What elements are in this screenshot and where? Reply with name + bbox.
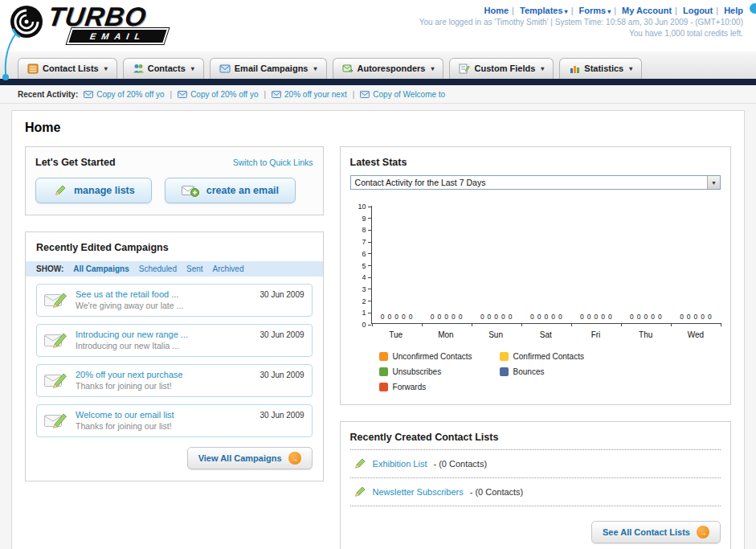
campaign-date: 30 Jun 2009 [260, 330, 304, 339]
chart-value-label: 0 [431, 313, 435, 321]
legend-label: Unconfirmed Contacts [393, 352, 472, 361]
campaign-item: Introducing our new range ... Introducin… [36, 324, 313, 357]
y-tick-label: 9 [362, 215, 371, 223]
app-logo[interactable]: TURBO EMAIL [8, 3, 201, 40]
link-separator: | [716, 6, 718, 15]
left-column: Let's Get Started Switch to Quick Links … [25, 146, 324, 481]
activity-link[interactable]: Copy of Welcome to [373, 90, 445, 99]
top-link-home[interactable]: Home [484, 6, 509, 15]
chart-value-label: 0 [694, 313, 698, 321]
corner-dot-decoration [750, 3, 756, 14]
legend-label: Unsubscribes [393, 367, 442, 376]
x-axis-tick [721, 323, 721, 326]
chart-x-labels: TueMonSunSatFriThuWed [371, 330, 721, 339]
filter-archived[interactable]: Archived [213, 264, 244, 273]
logo-title: TURBO [47, 3, 203, 31]
activity-link[interactable]: Copy of 20% off yo [96, 90, 164, 99]
y-tick-label: 3 [362, 285, 371, 293]
filter-all-campaigns[interactable]: All Campaigns [73, 264, 129, 273]
chart-value-label: 0 [630, 313, 634, 321]
campaign-title-link[interactable]: Welcome to our email list [76, 410, 174, 420]
campaign-item: See us at the retail food ... We're givi… [36, 284, 313, 317]
statistics-icon [569, 63, 580, 74]
campaign-title-link[interactable]: See us at the retail food ... [76, 289, 183, 299]
top-link-forms[interactable]: Forms▾ [579, 6, 611, 15]
chart-plot: 00000000000000000000000000000000000 [371, 206, 721, 324]
nav-tab-contact-lists[interactable]: Contact Lists▾ [18, 58, 117, 79]
chart-value-group: 00000 [571, 313, 621, 321]
nav-tab-autoresponders[interactable]: Autoresponders▾ [333, 58, 444, 79]
stats-period-select[interactable]: Contact Activity for the Last 7 Days ▼ [350, 175, 721, 190]
envelope-pencil-icon [44, 330, 68, 350]
email-campaigns-icon [219, 63, 231, 74]
show-label: SHOW: [36, 264, 63, 273]
nav-tab-statistics[interactable]: Statistics▾ [559, 58, 642, 79]
recent-activity-label: Recent Activity: [18, 90, 78, 99]
y-tick-label: 0 [362, 321, 371, 329]
header: TURBO EMAIL Home| Templates▾| Forms▾| My… [0, 0, 756, 51]
activity-link[interactable]: Copy of 20% off yo [190, 90, 258, 99]
chart-value-group: 00000 [422, 313, 472, 321]
legend-swatch [379, 367, 388, 376]
caret-down-icon: ▾ [565, 8, 568, 15]
legend-swatch [500, 352, 509, 361]
latest-stats-title: Latest Stats [350, 157, 721, 168]
y-tick-label: 7 [362, 238, 371, 246]
view-all-campaigns-button[interactable]: View All Campaigns → [187, 447, 313, 469]
turbo-swirl-icon [8, 3, 45, 40]
chart-value-label: 0 [438, 313, 442, 321]
chart-value-label: 0 [544, 313, 548, 321]
recent-activity-bar: Recent Activity: Copy of 20% off yo | Co… [0, 85, 756, 104]
top-link-templates[interactable]: Templates▾ [520, 6, 568, 15]
contact-list-item: Exhibition List - (0 Contacts) [350, 449, 721, 477]
top-link-help[interactable]: Help [724, 6, 743, 15]
top-link-my-account[interactable]: My Account [622, 6, 672, 15]
create-email-button[interactable]: create an email [165, 178, 296, 203]
caret-down-icon: ▾ [607, 8, 611, 15]
pencil-icon [52, 184, 67, 197]
contact-list-link[interactable]: Exhibition List [373, 459, 427, 469]
chart-value-group: 00000 [372, 313, 422, 321]
nav-tab-custom-fields[interactable]: Custom Fields▾ [449, 58, 554, 79]
legend-swatch [500, 367, 509, 376]
chart-value-label: 0 [601, 313, 605, 321]
filter-sent[interactable]: Sent [186, 264, 203, 273]
chart-value-label: 0 [394, 313, 398, 321]
manage-lists-button[interactable]: manage lists [35, 178, 152, 203]
top-link-logout[interactable]: Logout [683, 6, 713, 15]
chart-value-groups: 00000000000000000000000000000000000 [372, 313, 721, 321]
contact-list-link[interactable]: Newsletter Subscribers [373, 487, 464, 497]
caret-down-icon: ▼ [707, 176, 720, 189]
top-links: Home| Templates▾| Forms▾| My Account| Lo… [419, 6, 743, 15]
activity-link[interactable]: 20% off your next [284, 90, 347, 99]
legend-item: Forwards [379, 383, 500, 391]
nav-tab-email-campaigns[interactable]: Email Campaigns▾ [210, 58, 327, 79]
chart-value-group: 00000 [472, 313, 521, 321]
campaign-title-link[interactable]: 20% off your next purchase [76, 370, 183, 379]
campaigns-filter-bar: SHOW: All Campaigns Scheduled Sent Archi… [26, 261, 323, 277]
campaign-item: 20% off your next purchase Thanks for jo… [36, 364, 313, 397]
campaign-title-link[interactable]: Introducing our new range ... [76, 330, 188, 339]
custom-fields-icon [459, 63, 470, 74]
nav-tab-contacts[interactable]: Contacts▾ [123, 58, 204, 79]
chart-value-label: 0 [488, 313, 492, 321]
chart-value-label: 0 [637, 313, 641, 321]
contact-list-count: - (0 Contacts) [470, 487, 524, 497]
chart-legend: Unconfirmed ContactsConfirmed ContactsUn… [379, 352, 721, 391]
chart-value-label: 0 [530, 313, 534, 321]
campaign-date: 30 Jun 2009 [260, 371, 304, 379]
chart-value-label: 0 [587, 313, 591, 321]
switch-to-quick-links[interactable]: Switch to Quick Links [233, 158, 313, 167]
envelope-icon [360, 91, 370, 98]
header-right: Home| Templates▾| Forms▾| My Account| Lo… [419, 6, 743, 38]
activity-separator: | [353, 90, 355, 99]
x-axis-tick [671, 323, 672, 326]
filter-scheduled[interactable]: Scheduled [139, 264, 177, 273]
chart-value-label: 0 [608, 313, 612, 321]
credits-info: You have 1,000 total credits left. [419, 29, 743, 38]
see-all-contact-lists-button[interactable]: See All Contact Lists → [591, 521, 721, 543]
logo-text: TURBO EMAIL [48, 3, 201, 31]
arrow-right-icon: → [697, 526, 709, 539]
latest-stats-panel: Latest Stats Contact Activity for the La… [340, 146, 731, 405]
session-info: You are logged in as 'Timothy Smith' | S… [419, 18, 743, 27]
